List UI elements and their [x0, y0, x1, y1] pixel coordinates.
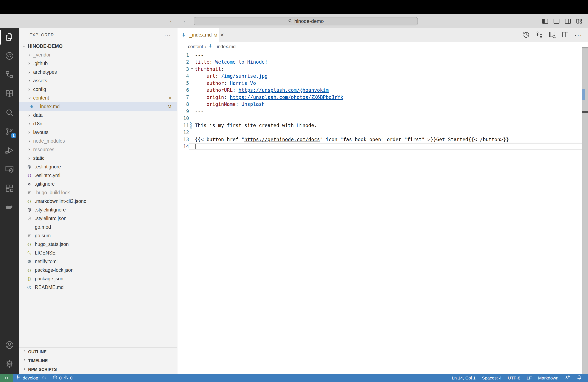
- cursor-position-status[interactable]: Ln 14, Col 1: [449, 374, 479, 382]
- activity-source-control-button[interactable]: 1: [0, 123, 19, 141]
- tree-item-data[interactable]: data: [19, 111, 177, 120]
- braces-file-icon: {}: [27, 199, 33, 204]
- tree-item-node-modules[interactable]: node_modules: [19, 137, 177, 145]
- code-line-3[interactable]: 3 thumbnail:: [177, 65, 588, 73]
- eol-status[interactable]: LF: [524, 374, 535, 382]
- section-timeline[interactable]: TIMELINE: [19, 356, 177, 365]
- item-label: static: [33, 155, 44, 161]
- tree-item-go-mod[interactable]: go.mod: [19, 223, 177, 232]
- gutter-decoration: [189, 87, 195, 94]
- notifications-button[interactable]: [573, 374, 585, 382]
- item-label: hugo_stats.json: [35, 241, 69, 247]
- code-editor[interactable]: 1 --- 2 title: Welcome to Hinode! 3 thum…: [177, 51, 588, 374]
- explorer-more-actions-icon[interactable]: ···: [164, 32, 171, 38]
- tree-item--hugo-build-lock[interactable]: .hugo_build.lock: [19, 188, 177, 197]
- section-npm-scripts[interactable]: NPM SCRIPTS: [19, 365, 177, 374]
- tree-item--stylelintrc-json[interactable]: .stylelintrc.json: [19, 214, 177, 223]
- problems-status[interactable]: 0 0: [50, 374, 75, 382]
- indentation-status[interactable]: Spaces: 4: [479, 374, 505, 382]
- git-branch-status[interactable]: develop*: [13, 374, 50, 382]
- tree-item-i18n[interactable]: i18n: [19, 120, 177, 128]
- code-line-5[interactable]: 5 author: Harris Vo: [177, 80, 588, 87]
- tree-item-package-json[interactable]: {}package.json: [19, 275, 177, 283]
- feedback-button[interactable]: [562, 374, 573, 382]
- tab-close-icon[interactable]: ✕: [220, 32, 224, 38]
- chevron-right-icon: [27, 156, 33, 161]
- activity-remote-explorer-button[interactable]: [0, 160, 19, 179]
- editor-more-actions-icon[interactable]: ···: [574, 33, 583, 37]
- tree-item-content[interactable]: content: [19, 94, 177, 102]
- code-line-2[interactable]: 2 title: Welcome to Hinode!: [177, 59, 588, 66]
- tree-item--stylelintignore[interactable]: .stylelintignore: [19, 206, 177, 214]
- activity-docker-button[interactable]: [0, 198, 19, 217]
- tree-item--eslintignore[interactable]: .eslintignore: [19, 163, 177, 171]
- language-mode-status[interactable]: Markdown: [535, 374, 562, 382]
- open-changes-icon[interactable]: [535, 31, 543, 40]
- tree-item-netlify-toml[interactable]: netlify.toml: [19, 257, 177, 266]
- code-line-6[interactable]: 6 authorURL: https://unsplash.com/@hoanv…: [177, 87, 588, 94]
- tree-item-readme-md[interactable]: README.md: [19, 283, 177, 292]
- code-line-1[interactable]: 1 ---: [177, 51, 588, 59]
- code-line-11[interactable]: 11 This is my first site created with Hi…: [177, 122, 588, 129]
- encoding-status[interactable]: UTF-8: [505, 374, 524, 382]
- line-number: 10: [177, 115, 189, 121]
- toggle-primary-sidebar-icon[interactable]: [541, 18, 549, 26]
- gutter-decoration: [189, 59, 195, 66]
- code-line-14[interactable]: 14: [177, 143, 588, 150]
- customize-layout-icon[interactable]: [575, 18, 583, 26]
- code-line-12[interactable]: 12: [177, 129, 588, 136]
- tree-item--markdownlint-cli2-jsonc[interactable]: {}.markdownlint-cli2.jsonc: [19, 197, 177, 206]
- activity-extensions-button[interactable]: [0, 179, 19, 198]
- editor-group: _index.md M ✕ ··· content › _index.md 1 …: [177, 28, 588, 374]
- tree-item--index-md[interactable]: _index.mdM: [19, 102, 177, 111]
- tree-item--gitignore[interactable]: .gitignore: [19, 180, 177, 188]
- breadcrumb-file[interactable]: _index.md: [214, 44, 236, 49]
- fold-chevron-down-icon[interactable]: [190, 66, 194, 72]
- activity-accounts-button[interactable]: [0, 336, 19, 355]
- tree-item-config[interactable]: config: [19, 85, 177, 94]
- code-line-13[interactable]: 13 {{< button href="https://gethinode.co…: [177, 136, 588, 143]
- timeline-history-icon[interactable]: [522, 31, 530, 40]
- tree-item--eslintrc-yml[interactable]: .eslintrc.yml: [19, 171, 177, 180]
- toggle-secondary-sidebar-icon[interactable]: [564, 18, 572, 26]
- section-outline[interactable]: OUTLINE: [19, 347, 177, 356]
- git-modified-dot-badge: [169, 97, 171, 99]
- activity-explorer-button[interactable]: [0, 28, 19, 47]
- activity-search-button[interactable]: [0, 104, 19, 123]
- activity-github-button[interactable]: [0, 47, 19, 66]
- activity-run-debug-button[interactable]: [0, 141, 19, 160]
- toggle-panel-icon[interactable]: [553, 18, 560, 26]
- code-line-4[interactable]: 4 url: /img/sunrise.jpg: [177, 73, 588, 80]
- tab-index-md[interactable]: _index.md M ✕: [177, 28, 219, 42]
- split-editor-icon[interactable]: [561, 31, 569, 40]
- line-number: 11: [177, 123, 189, 128]
- nav-back-button[interactable]: ←: [168, 16, 176, 25]
- code-line-9[interactable]: 9 ---: [177, 108, 588, 115]
- tree-item--github[interactable]: .github: [19, 59, 177, 68]
- breadcrumb-folder[interactable]: content: [188, 44, 203, 49]
- tree-item-license[interactable]: LICENSE: [19, 249, 177, 257]
- activity-docs-book-button[interactable]: [0, 85, 19, 104]
- code-line-7[interactable]: 7 origin: https://unsplash.com/photos/ZX…: [177, 94, 588, 101]
- top-black-bar: [0, 0, 588, 14]
- activity-settings-button[interactable]: [0, 355, 19, 374]
- tree-item--vendor[interactable]: _vendor: [19, 51, 177, 59]
- tree-item-package-lock-json[interactable]: {}package-lock.json: [19, 266, 177, 275]
- command-center-search[interactable]: hinode-demo: [194, 17, 418, 25]
- nav-forward-button[interactable]: →: [179, 16, 187, 25]
- tree-item-static[interactable]: static: [19, 154, 177, 163]
- remote-indicator[interactable]: [0, 374, 13, 382]
- tree-item-hugo-stats-json[interactable]: {}hugo_stats.json: [19, 240, 177, 249]
- explorer-title: EXPLORER: [29, 33, 54, 37]
- tree-item-go-sum[interactable]: go.sum: [19, 232, 177, 240]
- item-label: go.sum: [35, 233, 51, 239]
- tree-item-layouts[interactable]: layouts: [19, 128, 177, 137]
- tree-item-assets[interactable]: assets: [19, 76, 177, 85]
- tree-item-archetypes[interactable]: archetypes: [19, 68, 177, 76]
- markdown-preview-icon[interactable]: [548, 31, 556, 40]
- tree-item-resources[interactable]: resources: [19, 145, 177, 154]
- tree-root-hinode-demo[interactable]: HINODE-DEMO: [19, 42, 177, 51]
- activity-project-flow-button[interactable]: [0, 66, 19, 85]
- code-line-8[interactable]: 8 originName: Unsplash: [177, 101, 588, 108]
- code-line-10[interactable]: 10: [177, 115, 588, 122]
